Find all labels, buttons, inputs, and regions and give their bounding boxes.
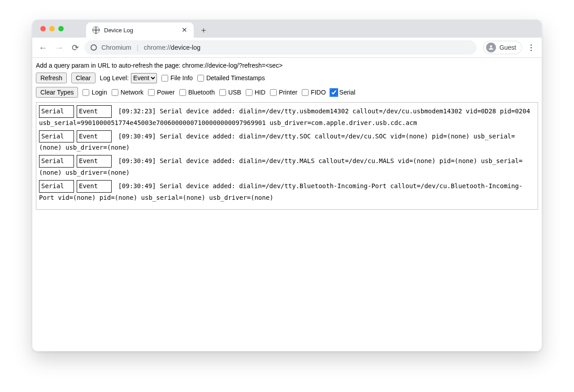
- type-toggle-serial[interactable]: Serial: [330, 89, 356, 96]
- type-label-usb: USB: [228, 89, 241, 96]
- type-toggle-network[interactable]: Network: [112, 89, 144, 96]
- type-toggle-login[interactable]: Login: [83, 89, 107, 96]
- tab-strip: Device Log ✕ ＋: [32, 20, 542, 38]
- page-content: Add a query param in URL to auto-refresh…: [32, 58, 542, 351]
- refresh-button[interactable]: Refresh: [36, 73, 67, 83]
- controls-row-1: Refresh Clear Log Level: Event File Info…: [35, 72, 539, 86]
- omnibox-separator: |: [137, 44, 139, 51]
- type-checkbox-printer[interactable]: [270, 89, 277, 96]
- file-info-label: File Info: [170, 74, 193, 82]
- type-checkbox-hid[interactable]: [246, 89, 252, 96]
- detailed-ts-label: Detailed Timestamps: [206, 74, 265, 82]
- browser-tab[interactable]: Device Log ✕: [86, 22, 194, 38]
- type-checkbox-fido[interactable]: [302, 89, 309, 96]
- url-path: device-log: [171, 44, 200, 51]
- log-type-chip: Serial: [39, 155, 74, 168]
- globe-icon: [92, 26, 100, 34]
- type-checkbox-bluetooth[interactable]: [179, 89, 186, 96]
- reload-button[interactable]: [68, 40, 83, 55]
- profile-button[interactable]: Guest: [483, 41, 522, 54]
- type-label-hid: HID: [255, 89, 265, 96]
- type-toggle-power[interactable]: Power: [148, 89, 175, 96]
- log-entry: SerialEvent [09:30:49] Serial device add…: [39, 180, 535, 203]
- browser-toolbar: Chromium | chrome://device-log Guest: [32, 38, 542, 58]
- refresh-hint: Add a query param in URL to auto-refresh…: [35, 60, 539, 72]
- file-info-toggle[interactable]: File Info: [161, 74, 193, 82]
- clear-types-button[interactable]: Clear Types: [36, 87, 78, 98]
- type-label-printer: Printer: [279, 89, 297, 96]
- detailed-ts-toggle[interactable]: Detailed Timestamps: [197, 74, 265, 82]
- log-level-label: Log Level: Event: [100, 73, 157, 83]
- log-container: SerialEvent [09:32:23] Serial device add…: [36, 102, 538, 210]
- maximize-window-icon[interactable]: [58, 26, 64, 31]
- log-type-chip: Serial: [39, 130, 74, 143]
- file-info-checkbox[interactable]: [161, 75, 168, 82]
- close-tab-icon[interactable]: ✕: [181, 26, 188, 34]
- log-level-chip: Event: [77, 105, 112, 118]
- browser-menu-button[interactable]: [524, 40, 538, 55]
- log-entry: SerialEvent [09:32:23] Serial device add…: [39, 105, 535, 129]
- controls-row-2: Clear Types LoginNetworkPowerBluetoothUS…: [35, 86, 539, 100]
- log-level-chip: Event: [77, 155, 112, 168]
- detailed-ts-checkbox[interactable]: [197, 75, 204, 82]
- log-entry: SerialEvent [09:30:49] Serial device add…: [39, 130, 535, 154]
- type-label-serial: Serial: [339, 89, 356, 96]
- type-label-power: Power: [157, 89, 175, 96]
- type-toggle-bluetooth[interactable]: Bluetooth: [179, 89, 215, 96]
- type-checkbox-login[interactable]: [83, 89, 89, 96]
- log-level-text: Log Level:: [100, 74, 129, 82]
- log-level-select[interactable]: Event: [131, 73, 157, 83]
- close-window-icon[interactable]: [40, 26, 46, 31]
- type-toggle-hid[interactable]: HID: [246, 89, 265, 96]
- forward-button[interactable]: [52, 40, 66, 55]
- type-checkbox-network[interactable]: [112, 89, 118, 96]
- type-label-fido: FIDO: [311, 89, 326, 96]
- browser-window: Device Log ✕ ＋ Chromium | chrome://devic…: [32, 20, 542, 351]
- address-bar[interactable]: Chromium | chrome://device-log: [84, 40, 477, 55]
- back-button[interactable]: [36, 40, 50, 55]
- type-checkbox-serial[interactable]: [330, 89, 337, 96]
- window-controls: [38, 20, 86, 38]
- kebab-icon: [531, 44, 532, 51]
- log-type-chip: Serial: [39, 105, 74, 118]
- site-identity-icon: [91, 44, 97, 51]
- type-label-login: Login: [91, 89, 107, 96]
- type-toggle-usb[interactable]: USB: [219, 89, 241, 96]
- log-type-chip: Serial: [39, 180, 74, 193]
- type-label-network: Network: [121, 89, 144, 96]
- log-level-chip: Event: [77, 180, 112, 193]
- clear-button[interactable]: Clear: [71, 73, 95, 83]
- url-scheme: chrome://: [144, 44, 171, 51]
- type-checkbox-power[interactable]: [148, 89, 155, 96]
- origin-label: Chromium: [101, 44, 131, 51]
- new-tab-button[interactable]: ＋: [197, 24, 210, 36]
- tab-title: Device Log: [104, 27, 133, 34]
- type-toggle-printer[interactable]: Printer: [270, 89, 297, 96]
- profile-label: Guest: [500, 44, 516, 51]
- type-label-bluetooth: Bluetooth: [188, 89, 215, 96]
- log-level-chip: Event: [77, 130, 112, 143]
- avatar-icon: [486, 43, 496, 52]
- type-checkbox-usb[interactable]: [219, 89, 226, 96]
- log-entry: SerialEvent [09:30:49] Serial device add…: [39, 155, 535, 178]
- log-message: [09:32:23] Serial device added: dialin=/…: [39, 108, 530, 126]
- minimize-window-icon[interactable]: [49, 26, 55, 31]
- type-toggle-fido[interactable]: FIDO: [302, 89, 326, 96]
